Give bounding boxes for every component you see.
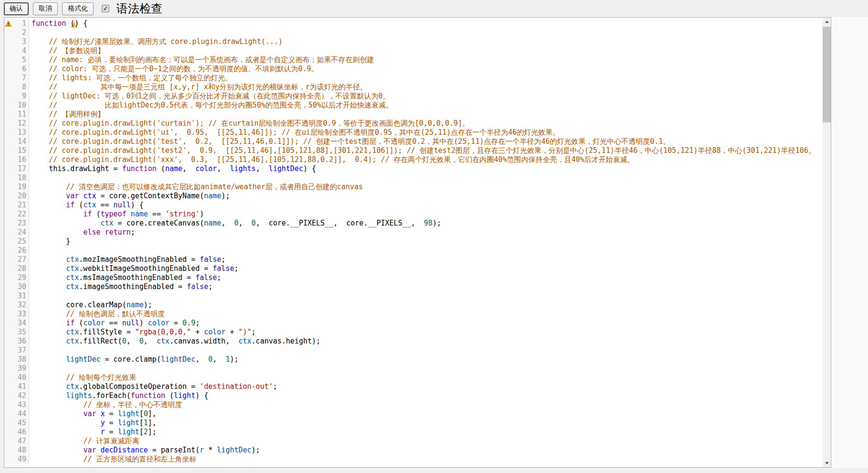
code-line[interactable]: 11 // 【调用样例】 — [4, 110, 823, 119]
code-line[interactable]: 42 lights.forEach(function (light) { — [4, 391, 823, 400]
code-line[interactable]: 39 — [4, 364, 823, 373]
code-line-text[interactable]: // 正方形区域的直径和左上角坐标 — [29, 455, 823, 464]
code-line-text[interactable]: lightDec = core.clamp(lightDec, 0, 1); — [29, 355, 823, 364]
code-line[interactable]: 17 this.drawLight = function (name, colo… — [4, 164, 823, 173]
code-line[interactable]: 12 // core.plugin.drawLight('curtain'); … — [4, 119, 823, 128]
code-line-text[interactable]: if (typeof name == 'string') — [29, 210, 823, 219]
code-line[interactable]: 3 // 绘制灯光/漆黑层效果。调用方式 core.plugin.drawLig… — [4, 37, 823, 46]
code-line-text[interactable]: // lights: 可选，一个数组，定义了每个独立的灯光。 — [29, 74, 823, 83]
code-line[interactable]: 36 ctx.fillRect(0, 0, ctx.canvas.width, … — [4, 337, 823, 346]
code-line-text[interactable]: if (color == null) color = 0.9; — [29, 319, 823, 328]
code-line[interactable]: 43 // 坐标，半径，中心不透明度 — [4, 400, 823, 409]
confirm-button[interactable]: 确认 — [4, 2, 29, 15]
code-line-text[interactable]: // 比如lightDec为0.5代表，每个灯光部分内圈50%的范围全亮，50%… — [29, 101, 823, 110]
code-line[interactable]: 8 // 其中每一项是三元组 [x,y,r] x和y分别为该灯光的横纵坐标，r为… — [4, 83, 823, 92]
code-line-text[interactable]: // core.plugin.drawLight('test', 0.2, [[… — [29, 137, 823, 146]
code-line[interactable]: 25 } — [4, 237, 823, 246]
code-line-text[interactable]: function () { — [29, 19, 823, 28]
code-line[interactable]: 45 y = light[1], — [4, 419, 823, 428]
code-line-text[interactable]: this.drawLight = function (name, color, … — [29, 164, 823, 173]
code-line[interactable]: 28 ctx.webkitImageSmoothingEnabled = fal… — [4, 264, 823, 273]
code-line-text[interactable]: else return; — [29, 228, 823, 237]
code-line-text[interactable]: ctx.msImageSmoothingEnabled = false; — [29, 273, 823, 282]
code-line-text[interactable]: lights.forEach(function (light) { — [29, 391, 823, 400]
code-area[interactable]: 1function () {23 // 绘制灯光/漆黑层效果。调用方式 core… — [4, 18, 823, 467]
code-line[interactable]: 2 — [4, 28, 823, 37]
cancel-button[interactable]: 取消 — [33, 2, 58, 15]
scroll-down-button[interactable] — [823, 459, 831, 467]
code-line-text[interactable]: if (ctx == null) { — [29, 201, 823, 210]
code-line[interactable]: 19 // 清空色调层；也可以修改成其它层比如animate/weather层，… — [4, 183, 823, 192]
code-line-text[interactable]: // 绘制色调层，默认不透明度 — [29, 310, 823, 319]
code-line-text[interactable] — [29, 346, 823, 355]
code-line-text[interactable]: ctx.fillRect(0, 0, ctx.canvas.width, ctx… — [29, 337, 823, 346]
code-line-text[interactable] — [29, 246, 823, 255]
code-line[interactable]: 35 ctx.fillStyle = "rgba(0,0,0," + color… — [4, 328, 823, 337]
code-line[interactable]: 26 — [4, 246, 823, 255]
code-line[interactable]: 13 // core.plugin.drawLight('ui', 0.95, … — [4, 128, 823, 137]
code-line[interactable]: 49 // 正方形区域的直径和左上角坐标 — [4, 455, 823, 464]
code-line-text[interactable]: // 【调用样例】 — [29, 110, 823, 119]
code-line-text[interactable]: // color: 可选，只能是一个0~1之间的数，为不透明度的值。不填则默认为… — [29, 64, 823, 74]
code-line-text[interactable]: // core.plugin.drawLight('test2', 0.9, [… — [29, 146, 823, 155]
code-line-text[interactable]: r = light[2]; — [29, 428, 823, 437]
code-line-text[interactable] — [29, 291, 823, 301]
format-button[interactable]: 格式化 — [62, 2, 94, 15]
code-line[interactable]: 7 // lights: 可选，一个数组，定义了每个独立的灯光。 — [4, 74, 823, 83]
code-line[interactable]: 41 ctx.globalCompositeOperation = 'desti… — [4, 382, 823, 391]
code-line-text[interactable]: var ctx = core.getContextByName(name); — [29, 192, 823, 201]
code-line[interactable]: 22 if (typeof name == 'string') — [4, 210, 823, 219]
code-line[interactable]: 18 — [4, 173, 823, 183]
code-line[interactable]: 47 // 计算衰减距离 — [4, 437, 823, 446]
code-line-text[interactable] — [29, 173, 823, 183]
code-line-text[interactable]: // 计算衰减距离 — [29, 437, 823, 446]
code-line[interactable]: 32 core.clearMap(name); — [4, 301, 823, 310]
code-line[interactable]: 30 ctx.imageSmoothingEnabled = false; — [4, 282, 823, 291]
code-line[interactable]: 16 // core.plugin.drawLight('xxx', 0.3, … — [4, 155, 823, 164]
code-line[interactable]: 40 // 绘制每个灯光效果 — [4, 373, 823, 382]
code-line[interactable]: 31 — [4, 291, 823, 301]
code-line-text[interactable]: // 其中每一项是三元组 [x,y,r] x和y分别为该灯光的横纵坐标，r为该灯… — [29, 83, 823, 92]
code-line[interactable]: 37 — [4, 346, 823, 355]
code-line[interactable]: 1function () { — [4, 19, 823, 28]
code-line[interactable]: 10 // 比如lightDec为0.5代表，每个灯光部分内圈50%的范围全亮，… — [4, 101, 823, 110]
code-line[interactable]: 9 // lightDec: 可选，0到1之间，光从多少百分比才开始衰减（在此范… — [4, 92, 823, 101]
code-line[interactable]: 44 var x = light[0], — [4, 409, 823, 419]
code-line[interactable]: 33 // 绘制色调层，默认不透明度 — [4, 310, 823, 319]
code-line[interactable]: 20 var ctx = core.getContextByName(name)… — [4, 192, 823, 201]
code-line-text[interactable]: // core.plugin.drawLight('xxx', 0.3, [[2… — [29, 155, 823, 164]
code-line-text[interactable] — [29, 28, 823, 37]
code-line-text[interactable]: // 清空色调层；也可以修改成其它层比如animate/weather层，或者用… — [29, 183, 823, 192]
code-line-text[interactable]: var x = light[0], — [29, 409, 823, 419]
code-line-text[interactable]: var decDistance = parseInt(r * lightDec)… — [29, 446, 823, 455]
code-line-text[interactable]: // name: 必填，要绘制到的画布名；可以是一个系统画布，或者是个自定义画布… — [29, 55, 823, 64]
code-line[interactable]: 15 // core.plugin.drawLight('test2', 0.9… — [4, 146, 823, 155]
code-editor[interactable]: 1function () {23 // 绘制灯光/漆黑层效果。调用方式 core… — [4, 17, 831, 468]
code-line[interactable]: 24 else return; — [4, 228, 823, 237]
code-line-text[interactable]: y = light[1], — [29, 419, 823, 428]
code-line-text[interactable]: } — [29, 237, 823, 246]
code-line[interactable]: 34 if (color == null) color = 0.9; — [4, 319, 823, 328]
code-line-text[interactable]: // 【参数说明】 — [29, 46, 823, 55]
code-line[interactable]: 21 if (ctx == null) { — [4, 201, 823, 210]
code-line-text[interactable]: ctx.mozImageSmoothingEnabled = false; — [29, 255, 823, 264]
vertical-scrollbar[interactable] — [823, 18, 831, 467]
syntax-check-checkbox[interactable]: ✓ — [102, 5, 109, 12]
code-line-text[interactable]: ctx.fillStyle = "rgba(0,0,0," + color + … — [29, 328, 823, 337]
code-line[interactable]: 46 r = light[2]; — [4, 428, 823, 437]
code-line[interactable]: 27 ctx.mozImageSmoothingEnabled = false; — [4, 255, 823, 264]
scroll-up-button[interactable] — [823, 18, 831, 26]
code-line-text[interactable]: // 绘制每个灯光效果 — [29, 373, 823, 382]
code-line[interactable]: 4 // 【参数说明】 — [4, 46, 823, 55]
code-line-text[interactable]: // 绘制灯光/漆黑层效果。调用方式 core.plugin.drawLight… — [29, 37, 823, 46]
code-line-text[interactable]: ctx.globalCompositeOperation = 'destinat… — [29, 382, 823, 391]
code-line-text[interactable]: ctx.webkitImageSmoothingEnabled = false; — [29, 264, 823, 273]
code-line[interactable]: 6 // color: 可选，只能是一个0~1之间的数，为不透明度的值。不填则默… — [4, 64, 823, 74]
code-line-text[interactable]: // core.plugin.drawLight('curtain'); // … — [29, 119, 823, 128]
code-line[interactable]: 48 var decDistance = parseInt(r * lightD… — [4, 446, 823, 455]
code-line[interactable]: 5 // name: 必填，要绘制到的画布名；可以是一个系统画布，或者是个自定义… — [4, 55, 823, 64]
code-line[interactable]: 38 lightDec = core.clamp(lightDec, 0, 1)… — [4, 355, 823, 364]
code-line-text[interactable] — [29, 364, 823, 373]
code-line-text[interactable]: // lightDec: 可选，0到1之间，光从多少百分比才开始衰减（在此范围内… — [29, 92, 823, 101]
code-line[interactable]: 29 ctx.msImageSmoothingEnabled = false; — [4, 273, 823, 282]
